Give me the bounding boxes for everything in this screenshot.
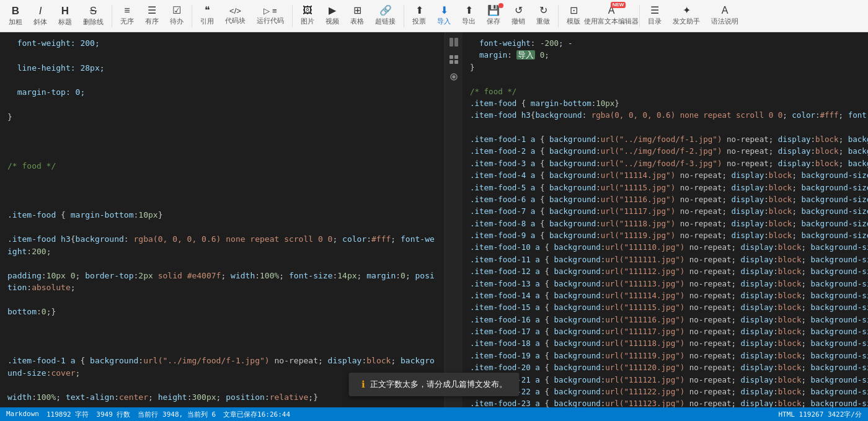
unordered-button[interactable]: ≡ 无序 bbox=[115, 4, 139, 28]
italic-icon: I bbox=[39, 6, 42, 16]
run-code-button[interactable]: ▷ ≡ 运行代码 bbox=[252, 5, 289, 27]
heading-icon: H bbox=[61, 6, 69, 16]
ordered-button[interactable]: ☰ 有序 bbox=[140, 4, 164, 28]
code-icon: </> bbox=[229, 7, 241, 15]
todo-icon: ☑ bbox=[172, 6, 181, 16]
table-button[interactable]: ⊞ 表格 bbox=[345, 4, 369, 28]
status-left: Markdown 119892 字符 3949 行数 当前行 3948, 当前列… bbox=[6, 410, 290, 419]
status-line-count: 3949 行数 bbox=[96, 410, 130, 419]
divider-5 bbox=[558, 5, 559, 27]
svg-rect-1 bbox=[454, 38, 458, 47]
quote-icon: ❝ bbox=[205, 6, 210, 16]
vote-icon: ⬆ bbox=[415, 6, 423, 16]
undo-icon: ↺ bbox=[515, 6, 523, 16]
right-code-content: font-weight: -200; - margin: 导入 0; } /* … bbox=[463, 32, 868, 407]
status-bar: Markdown 119892 字符 3949 行数 当前行 3948, 当前列… bbox=[0, 407, 868, 421]
export-icon: ⬆ bbox=[465, 6, 473, 16]
status-char-count: 119892 字符 bbox=[46, 410, 89, 419]
image-icon: 🖼 bbox=[303, 6, 312, 16]
vote-button[interactable]: ⬆ 投票 bbox=[407, 4, 431, 28]
svg-rect-4 bbox=[450, 60, 453, 64]
toast-warning-icon: ℹ bbox=[361, 379, 365, 390]
run-icon: ▷ ≡ bbox=[264, 7, 277, 15]
template-button[interactable]: ⊡ 模版 bbox=[562, 4, 585, 28]
quote-button[interactable]: ❝ 引用 bbox=[195, 4, 219, 28]
svg-rect-2 bbox=[450, 55, 453, 59]
assistant-button[interactable]: ✦ 发文助手 bbox=[668, 4, 705, 28]
italic-button[interactable]: I 斜体 bbox=[29, 4, 52, 29]
divider-6 bbox=[639, 5, 640, 27]
strikethrough-button[interactable]: S 删除线 bbox=[78, 4, 108, 29]
video-icon: ▶ bbox=[329, 6, 336, 16]
export-button[interactable]: ⬆ 导出 bbox=[457, 4, 480, 28]
import-button[interactable]: ⬇ 导入 bbox=[432, 4, 456, 28]
bold-icon: B bbox=[12, 6, 19, 16]
left-code-content: font-weight: 200; line-height: 28px; mar… bbox=[0, 32, 445, 407]
toolbar: B 加粗 I 斜体 H 标题 S 删除线 ≡ 无序 ☰ 有序 ☑ 待办 ❝ 引用… bbox=[0, 0, 868, 32]
grammar-icon: A bbox=[722, 6, 728, 16]
link-button[interactable]: 🔗 超链接 bbox=[370, 4, 401, 28]
heading-button[interactable]: H 标题 bbox=[53, 4, 77, 29]
status-right: HTML 119267 3422字/分 bbox=[778, 410, 862, 419]
status-save-time: 文章已保存16:26:44 bbox=[223, 410, 290, 419]
save-icon: 💾 bbox=[487, 6, 500, 16]
svg-rect-3 bbox=[454, 55, 458, 59]
template-icon: ⊡ bbox=[570, 6, 578, 16]
toast-text: 正文字数太多，请分成几篇博文发布。 bbox=[370, 379, 507, 390]
catalog-button[interactable]: ☰ 目录 bbox=[643, 4, 666, 28]
image-button[interactable]: 🖼 图片 bbox=[296, 4, 319, 28]
richtext-button[interactable]: A 使用富文本编辑器 bbox=[587, 4, 636, 28]
status-right-info: HTML 119267 3422字/分 bbox=[778, 410, 862, 419]
richtext-icon: A bbox=[608, 6, 615, 16]
ordered-icon: ☰ bbox=[148, 6, 156, 16]
redo-button[interactable]: ↻ 重做 bbox=[531, 4, 555, 28]
right-icon-strip bbox=[445, 32, 463, 407]
table-icon: ⊞ bbox=[353, 6, 361, 16]
divider-3 bbox=[292, 5, 293, 27]
status-cursor: 当前行 3948, 当前列 6 bbox=[138, 410, 216, 419]
redo-icon: ↻ bbox=[539, 6, 547, 16]
unordered-icon: ≡ bbox=[124, 6, 130, 16]
divider-1 bbox=[112, 5, 112, 27]
assistant-icon: ✦ bbox=[683, 6, 691, 16]
right-preview-pane[interactable]: font-weight: -200; - margin: 导入 0; } /* … bbox=[463, 32, 868, 407]
divider-2 bbox=[192, 5, 192, 27]
status-mode: Markdown bbox=[6, 410, 39, 419]
bold-button[interactable]: B 加粗 bbox=[4, 4, 27, 29]
divider-4 bbox=[404, 5, 404, 27]
code-button[interactable]: </> 代码块 bbox=[220, 5, 250, 27]
undo-button[interactable]: ↺ 撤销 bbox=[507, 4, 530, 28]
layout-full-icon[interactable] bbox=[448, 53, 460, 66]
toast-notification: ℹ 正文字数太多，请分成几篇博文发布。 bbox=[349, 373, 520, 396]
grammar-button[interactable]: A 语法说明 bbox=[706, 4, 743, 28]
preview-icon[interactable] bbox=[448, 71, 460, 83]
link-icon: 🔗 bbox=[379, 6, 392, 16]
layout-split-icon[interactable] bbox=[448, 36, 460, 48]
strikethrough-icon: S bbox=[90, 6, 97, 16]
video-button[interactable]: ▶ 视频 bbox=[321, 4, 344, 28]
svg-rect-0 bbox=[450, 38, 453, 47]
svg-rect-5 bbox=[454, 60, 458, 64]
left-editor-pane[interactable]: font-weight: 200; line-height: 28px; mar… bbox=[0, 32, 445, 407]
svg-point-7 bbox=[453, 76, 455, 78]
todo-button[interactable]: ☑ 待办 bbox=[165, 4, 188, 28]
main-area: font-weight: 200; line-height: 28px; mar… bbox=[0, 32, 868, 407]
import-icon: ⬇ bbox=[440, 6, 448, 16]
catalog-icon: ☰ bbox=[650, 6, 659, 16]
save-button[interactable]: 💾 保存 bbox=[482, 4, 505, 28]
